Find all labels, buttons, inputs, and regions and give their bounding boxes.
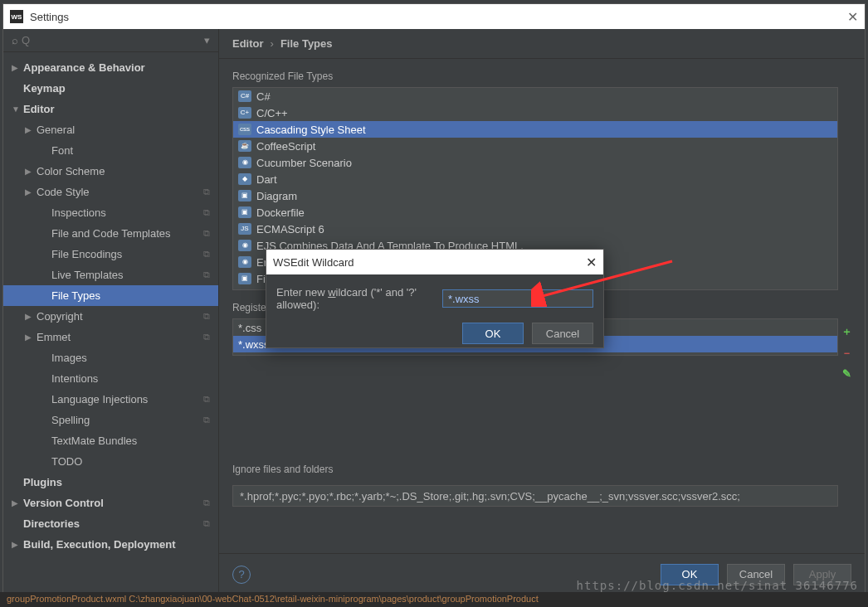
tree-item-code-style[interactable]: ▶Code Style⧉ <box>3 182 218 202</box>
tree-item-version-control[interactable]: ▶Version Control⧉ <box>3 493 218 513</box>
filetype-icon: ◉ <box>238 157 251 168</box>
project-scope-icon: ⧉ <box>203 249 218 260</box>
project-scope-icon: ⧉ <box>203 228 218 239</box>
tree-item-label: Keymap <box>23 82 203 95</box>
tree-item-label: Color Scheme <box>37 165 203 177</box>
tree-item-general[interactable]: ▶General <box>3 119 218 140</box>
project-scope-icon: ⧉ <box>203 498 218 508</box>
tree-item-file-types[interactable]: File Types <box>3 285 218 306</box>
filetype-icon: ▣ <box>238 273 251 284</box>
add-pattern-icon[interactable]: ＋ <box>839 324 854 339</box>
filetype-row[interactable]: ▣Dockerfile <box>233 204 837 221</box>
filetype-row[interactable]: JSECMAScript 6 <box>233 221 837 237</box>
filetype-row[interactable]: C+C/C++ <box>233 104 837 121</box>
tree-item-label: Emmet <box>37 331 203 343</box>
dialog-app-icon: WS <box>273 256 290 269</box>
remove-pattern-icon[interactable]: － <box>839 346 854 361</box>
tree-item-file-and-code-templates[interactable]: File and Code Templates⧉ <box>3 223 218 244</box>
breadcrumb: Editor › File Types <box>219 29 865 59</box>
search-input[interactable] <box>22 34 204 46</box>
filetype-row[interactable]: ◆Dart <box>233 171 837 187</box>
tree-item-label: TODO <box>51 455 203 468</box>
sidebar: ⌕ ▾ ▶Appearance & BehaviorKeymap▼Editor▶… <box>3 29 219 595</box>
tree-item-textmate-bundles[interactable]: TextMate Bundles <box>3 430 218 451</box>
tree-item-editor[interactable]: ▼Editor <box>3 99 218 119</box>
filetype-row[interactable]: ☕CoffeeScript <box>233 138 837 154</box>
tree-item-build-execution-deployment[interactable]: ▶Build, Execution, Deployment <box>3 534 218 555</box>
tree-item-label: Plugins <box>23 476 203 488</box>
help-icon[interactable]: ? <box>232 566 251 584</box>
tree-item-label: Inspections <box>51 206 203 219</box>
tree-item-file-encodings[interactable]: File Encodings⧉ <box>3 244 218 265</box>
tree-item-directories[interactable]: Directories⧉ <box>3 513 218 534</box>
tree-item-intentions[interactable]: Intentions <box>3 368 218 389</box>
tree-arrow-icon: ▶ <box>25 312 37 321</box>
tree-item-todo[interactable]: TODO <box>3 451 218 472</box>
filetype-name: C/C++ <box>256 107 288 119</box>
tree-item-label: File Types <box>51 289 203 302</box>
window-close-icon[interactable]: ✕ <box>847 9 858 25</box>
tree-item-keymap[interactable]: Keymap <box>3 78 218 99</box>
search-history-icon[interactable]: ▾ <box>204 34 210 46</box>
tree-item-label: File Encodings <box>51 248 203 260</box>
filetype-name: Cucumber Scenario <box>256 157 352 169</box>
filetype-icon: ▣ <box>238 289 251 290</box>
tree-item-emmet[interactable]: ▶Emmet⧉ <box>3 327 218 347</box>
tree-item-color-scheme[interactable]: ▶Color Scheme <box>3 161 218 182</box>
tree-item-label: Spelling <box>51 414 203 426</box>
tree-arrow-icon: ▶ <box>12 498 23 507</box>
tree-item-label: General <box>37 124 203 136</box>
tree-item-appearance-behavior[interactable]: ▶Appearance & Behavior <box>3 57 218 78</box>
edit-pattern-icon[interactable]: ✎ <box>839 367 854 380</box>
apply-button[interactable]: Apply <box>793 564 851 585</box>
project-scope-icon: ⧉ <box>203 187 218 197</box>
search-bar[interactable]: ⌕ ▾ <box>3 29 218 52</box>
tree-item-label: Images <box>51 352 203 364</box>
app-icon: WS <box>10 10 23 23</box>
search-icon: ⌕ <box>12 34 18 46</box>
tree-item-font[interactable]: Font <box>3 140 218 161</box>
breadcrumb-editor[interactable]: Editor <box>232 37 264 50</box>
tree-item-images[interactable]: Images <box>3 347 218 368</box>
project-scope-icon: ⧉ <box>203 394 218 405</box>
filetype-row[interactable]: ▣Diagram <box>233 187 837 204</box>
filetype-name: Cascading Style Sheet <box>256 124 366 136</box>
filetype-icon: ▣ <box>238 206 251 218</box>
tree-arrow-icon: ▶ <box>25 125 37 134</box>
dialog-close-icon[interactable]: ✕ <box>586 255 597 270</box>
ignore-input[interactable] <box>232 485 838 507</box>
ok-button[interactable]: OK <box>661 564 719 585</box>
tree-item-inspections[interactable]: Inspections⧉ <box>3 202 218 223</box>
wildcard-input[interactable] <box>442 289 593 308</box>
tree-item-label: Intentions <box>51 372 203 385</box>
dialog-titlebar[interactable]: WS Edit Wildcard ✕ <box>266 250 603 274</box>
tree-item-live-templates[interactable]: Live Templates⧉ <box>3 265 218 285</box>
edit-wildcard-dialog: WS Edit Wildcard ✕ Enter new wildcard ('… <box>266 249 604 348</box>
filetype-row[interactable]: ◉Cucumber Scenario <box>233 154 837 171</box>
filetype-icon: ▣ <box>238 190 251 202</box>
tree-item-label: Live Templates <box>51 269 203 281</box>
filetype-name: C# <box>256 90 271 103</box>
tree-arrow-icon: ▶ <box>25 167 37 176</box>
filetype-name: ECMAScript 6 <box>256 223 324 236</box>
tree-arrow-icon: ▶ <box>25 333 37 342</box>
cancel-button[interactable]: Cancel <box>727 564 785 585</box>
filetype-name: CoffeeScript <box>256 140 315 153</box>
dialog-ok-button[interactable]: OK <box>462 323 524 344</box>
titlebar[interactable]: WS Settings ✕ <box>3 4 865 29</box>
tree-item-plugins[interactable]: Plugins <box>3 472 218 493</box>
tree-item-language-injections[interactable]: Language Injections⧉ <box>3 389 218 410</box>
tree-item-label: Version Control <box>23 497 203 509</box>
settings-tree[interactable]: ▶Appearance & BehaviorKeymap▼Editor▶Gene… <box>3 52 218 595</box>
filetype-row[interactable]: C#C# <box>233 88 837 104</box>
dialog-title: Edit Wildcard <box>290 256 354 269</box>
tree-item-copyright[interactable]: ▶Copyright⧉ <box>3 306 218 327</box>
filetype-row[interactable]: cssCascading Style Sheet <box>233 121 837 138</box>
tree-item-spelling[interactable]: Spelling⧉ <box>3 410 218 430</box>
window-title: Settings <box>30 11 69 23</box>
tree-item-label: Language Injections <box>51 393 203 405</box>
tree-item-label: Editor <box>23 103 203 115</box>
filetype-name: Dockerfile <box>256 206 305 219</box>
dialog-cancel-button[interactable]: Cancel <box>532 323 593 344</box>
tree-item-label: Build, Execution, Deployment <box>23 538 203 551</box>
